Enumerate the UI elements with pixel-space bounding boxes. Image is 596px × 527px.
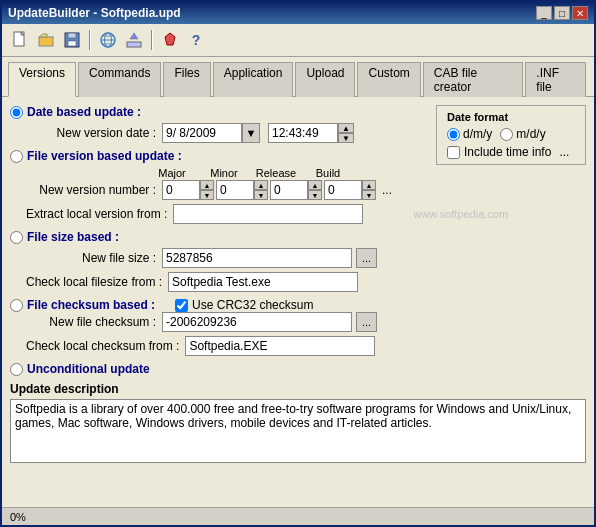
- minor-down[interactable]: ▼: [254, 190, 268, 200]
- extract-local-row: Extract local version from : www.softped…: [26, 204, 586, 224]
- open-button[interactable]: [34, 28, 58, 52]
- check-checksum-label: Check local checksum from :: [26, 339, 179, 353]
- new-file-size-row: New file size : ...: [26, 248, 586, 268]
- new-checksum-row: New file checksum : ...: [26, 312, 586, 332]
- version-number-label: New version number :: [26, 183, 156, 197]
- mdy-radio[interactable]: [500, 128, 513, 141]
- minimize-button[interactable]: _: [536, 6, 552, 20]
- use-crc32-checkbox[interactable]: [175, 299, 188, 312]
- file-size-dots-button[interactable]: ...: [356, 248, 377, 268]
- file-checksum-section: File checksum based : Use CRC32 checksum…: [10, 298, 586, 356]
- time-up-button[interactable]: ▲: [338, 123, 354, 133]
- check-filesize-input[interactable]: [168, 272, 358, 292]
- check-filesize-row: Check local filesize from :: [26, 272, 586, 292]
- tabs-bar: Versions Commands Files Application Uplo…: [2, 57, 594, 96]
- svg-rect-13: [127, 42, 141, 47]
- network-button[interactable]: [96, 28, 120, 52]
- watermark-text: www.softpedia.com: [413, 208, 508, 220]
- unconditional-section: Unconditional update: [10, 362, 586, 376]
- time-down-button[interactable]: ▼: [338, 133, 354, 143]
- tab-inf-file[interactable]: .INF file: [525, 62, 586, 97]
- check-checksum-row: Check local checksum from :: [26, 336, 586, 356]
- save-button[interactable]: [60, 28, 84, 52]
- update-desc-label: Update description: [10, 382, 586, 396]
- date-format-options: d/m/y m/d/y: [447, 127, 575, 141]
- build-input[interactable]: [324, 180, 362, 200]
- build-down[interactable]: ▼: [362, 190, 376, 200]
- tab-commands[interactable]: Commands: [78, 62, 161, 97]
- version-number-row: New version number : ▲ ▼ ▲ ▼ ▲ ▼: [26, 180, 586, 200]
- major-up[interactable]: ▲: [200, 180, 214, 190]
- tab-upload[interactable]: Upload: [295, 62, 355, 97]
- file-size-radio[interactable]: [10, 231, 23, 244]
- dmy-radio[interactable]: [447, 128, 460, 141]
- file-size-input[interactable]: [162, 248, 352, 268]
- release-header: Release: [250, 167, 302, 179]
- tab-files[interactable]: Files: [163, 62, 210, 97]
- release-up[interactable]: ▲: [308, 180, 322, 190]
- content-area: Date based update : New version date : ▼…: [2, 96, 594, 507]
- release-input[interactable]: [270, 180, 308, 200]
- file-version-radio[interactable]: [10, 150, 23, 163]
- dmy-option[interactable]: d/m/y: [447, 127, 492, 141]
- build-header: Build: [302, 167, 354, 179]
- time-input[interactable]: [268, 123, 338, 143]
- major-down[interactable]: ▼: [200, 190, 214, 200]
- file-checksum-radio-label[interactable]: File checksum based :: [10, 298, 155, 312]
- statusbar: 0%: [2, 507, 594, 525]
- gem-button[interactable]: [158, 28, 182, 52]
- file-checksum-radio[interactable]: [10, 299, 23, 312]
- svg-rect-6: [68, 33, 76, 38]
- toolbar-separator-1: [89, 30, 91, 50]
- date-format-box: Date format d/m/y m/d/y Include time inf…: [436, 105, 586, 165]
- include-time-dots[interactable]: ...: [559, 145, 569, 159]
- new-button[interactable]: [8, 28, 32, 52]
- new-file-size-label: New file size :: [26, 251, 156, 265]
- major-input[interactable]: [162, 180, 200, 200]
- svg-marker-14: [130, 33, 138, 39]
- toolbar: ?: [2, 24, 594, 57]
- release-down[interactable]: ▼: [308, 190, 322, 200]
- date-input[interactable]: [162, 123, 242, 143]
- help-button[interactable]: ?: [184, 28, 208, 52]
- tab-cab-creator[interactable]: CAB file creator: [423, 62, 524, 97]
- extract-local-input[interactable]: [173, 204, 363, 224]
- toolbar-separator-2: [151, 30, 153, 50]
- main-window: UpdateBuilder - Softpedia.upd _ □ ✕ ?: [0, 0, 596, 527]
- tab-versions[interactable]: Versions: [8, 62, 76, 97]
- unconditional-radio-label[interactable]: Unconditional update: [10, 362, 586, 376]
- file-size-radio-label[interactable]: File size based :: [10, 230, 586, 244]
- use-crc32-label[interactable]: Use CRC32 checksum: [175, 298, 313, 312]
- window-title: UpdateBuilder - Softpedia.upd: [8, 6, 181, 20]
- minor-up[interactable]: ▲: [254, 180, 268, 190]
- titlebar-buttons: _ □ ✕: [536, 6, 588, 20]
- date-picker-button[interactable]: ▼: [242, 123, 260, 143]
- svg-marker-15: [165, 33, 175, 45]
- include-time-checkbox[interactable]: [447, 146, 460, 159]
- svg-rect-7: [68, 41, 76, 46]
- svg-rect-3: [39, 37, 53, 46]
- date-based-radio[interactable]: [10, 106, 23, 119]
- build-up[interactable]: ▲: [362, 180, 376, 190]
- checksum-input[interactable]: [162, 312, 352, 332]
- titlebar: UpdateBuilder - Softpedia.upd _ □ ✕: [2, 2, 594, 24]
- maximize-button[interactable]: □: [554, 6, 570, 20]
- checksum-dots-button[interactable]: ...: [356, 312, 377, 332]
- check-checksum-input[interactable]: [185, 336, 375, 356]
- new-checksum-label: New file checksum :: [26, 315, 156, 329]
- mdy-option[interactable]: m/d/y: [500, 127, 545, 141]
- file-size-section: File size based : New file size : ... Ch…: [10, 230, 586, 292]
- upload-button[interactable]: [122, 28, 146, 52]
- svg-marker-4: [39, 34, 47, 37]
- close-button[interactable]: ✕: [572, 6, 588, 20]
- update-desc-textarea[interactable]: Softpedia is a library of over 400.000 f…: [10, 399, 586, 463]
- include-time-row: Include time info ...: [447, 145, 575, 159]
- unconditional-radio[interactable]: [10, 363, 23, 376]
- tab-custom[interactable]: Custom: [357, 62, 420, 97]
- checksum-header-row: File checksum based : Use CRC32 checksum: [10, 298, 586, 312]
- extract-local-label: Extract local version from :: [26, 207, 167, 221]
- minor-input[interactable]: [216, 180, 254, 200]
- tab-application[interactable]: Application: [213, 62, 294, 97]
- major-header: Major: [146, 167, 198, 179]
- version-dots: ...: [382, 183, 392, 197]
